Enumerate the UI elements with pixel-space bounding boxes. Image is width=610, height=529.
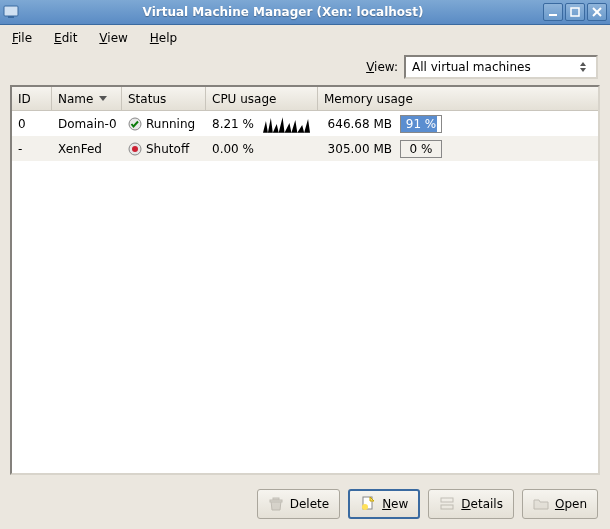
cell-cpu: 8.21 % [206,111,318,137]
maximize-button[interactable] [565,3,585,21]
new-label: New [382,497,408,511]
menu-help[interactable]: Help [146,29,181,47]
svg-rect-14 [441,498,453,502]
titlebar: Virtual Machine Manager (Xen: localhost) [0,0,610,25]
cell-name: Domain-0 [52,113,122,135]
menu-edit[interactable]: Edit [50,29,81,47]
svg-rect-3 [571,8,579,16]
details-icon [439,496,455,512]
col-header-name[interactable]: Name [52,87,122,110]
delete-label: Delete [290,497,329,511]
view-combo-value: All virtual machines [412,60,531,74]
new-document-icon [360,496,376,512]
sort-desc-icon [99,96,107,101]
details-button[interactable]: Details [428,489,514,519]
footer-toolbar: Delete New Details Open [0,483,610,529]
cell-id: - [12,138,52,160]
cell-status: Running [122,113,206,135]
cell-mem: 305.00 MB0 % [318,136,598,162]
cell-status: Shutoff [122,138,206,160]
cell-mem: 646.68 MB91 % [318,111,598,137]
table-row[interactable]: 0Domain-0Running8.21 %646.68 MB91 % [12,111,598,136]
svg-rect-0 [4,6,18,16]
col-header-cpu[interactable]: CPU usage [206,87,318,110]
running-icon [128,117,142,131]
table-body: 0Domain-0Running8.21 %646.68 MB91 %-XenF… [12,111,598,473]
cpu-sparkline [263,115,312,133]
trash-icon [268,496,284,512]
combo-spinner-icon [580,59,592,75]
open-button[interactable]: Open [522,489,598,519]
details-label: Details [461,497,503,511]
view-combo[interactable]: All virtual machines [404,55,598,79]
table-row[interactable]: -XenFedShutoff0.00 %305.00 MB0 % [12,136,598,161]
menu-view[interactable]: View [95,29,131,47]
cell-id: 0 [12,113,52,135]
col-header-id[interactable]: ID [12,87,52,110]
open-folder-icon [533,496,549,512]
col-header-status[interactable]: Status [122,87,206,110]
menu-file[interactable]: File [8,29,36,47]
open-label: Open [555,497,587,511]
cell-name: XenFed [52,138,122,160]
svg-rect-10 [270,500,282,502]
close-button[interactable] [587,3,607,21]
svg-point-13 [362,504,368,510]
col-header-mem[interactable]: Memory usage [318,87,598,110]
svg-rect-1 [8,16,14,18]
delete-button[interactable]: Delete [257,489,340,519]
menubar: File Edit View Help [0,25,610,51]
new-button[interactable]: New [348,489,420,519]
app-icon [3,4,19,20]
cell-cpu: 0.00 % [206,136,318,162]
memory-bar: 0 % [400,140,442,158]
vm-table: ID Name Status CPU usage Memory usage 0D… [10,85,600,475]
svg-point-8 [132,146,138,152]
table-header: ID Name Status CPU usage Memory usage [12,87,598,111]
window-title: Virtual Machine Manager (Xen: localhost) [23,5,543,19]
shutoff-icon [128,142,142,156]
view-toolbar: View: All virtual machines [0,51,610,85]
svg-rect-15 [441,505,453,509]
minimize-button[interactable] [543,3,563,21]
view-label: View: [366,60,398,74]
memory-bar: 91 % [400,115,442,133]
